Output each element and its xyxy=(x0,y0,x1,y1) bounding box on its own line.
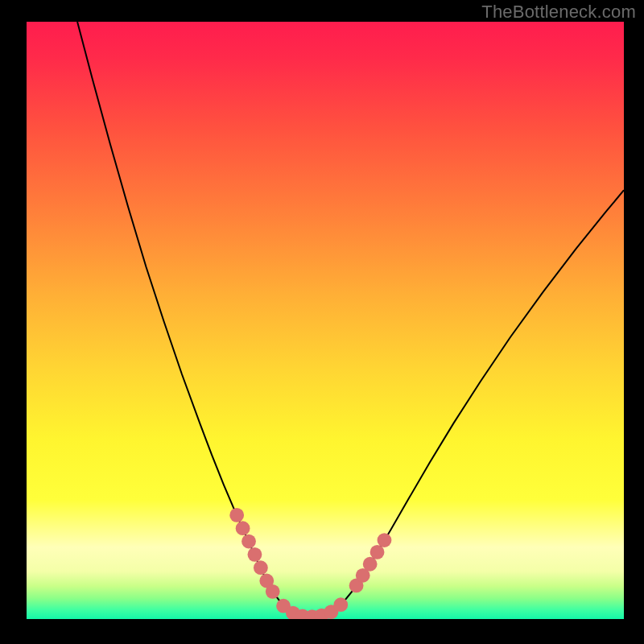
marker-dot xyxy=(333,597,348,612)
marker-dot xyxy=(370,545,385,559)
marker-dot xyxy=(378,533,392,547)
marker-dot xyxy=(236,521,250,535)
marker-dot xyxy=(242,535,256,549)
chart-frame: TheBottleneck.com xyxy=(0,0,644,644)
marker-dot xyxy=(254,560,268,575)
marker-dot xyxy=(229,508,244,522)
chart-svg xyxy=(27,22,624,619)
marker-dot xyxy=(266,584,280,599)
gradient-background xyxy=(27,22,624,619)
marker-dot xyxy=(363,557,378,572)
plot-area xyxy=(27,22,624,619)
marker-dot xyxy=(248,547,262,562)
watermark-text: TheBottleneck.com xyxy=(481,2,636,23)
